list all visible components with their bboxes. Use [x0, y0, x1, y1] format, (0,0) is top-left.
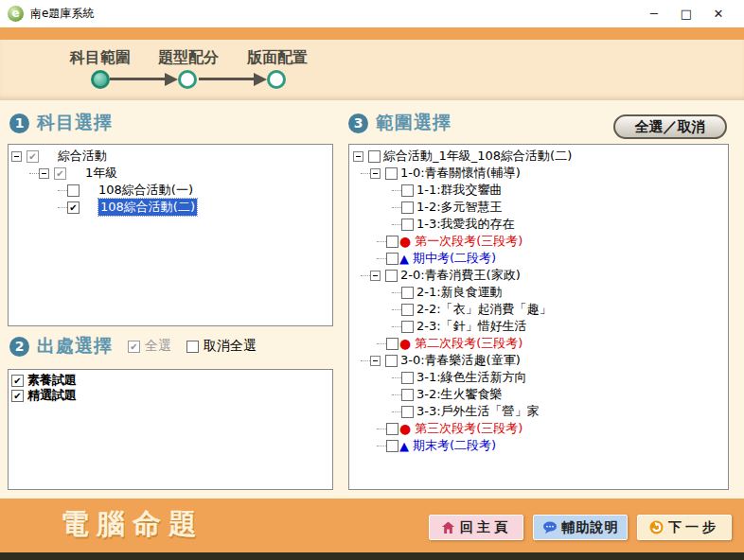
tree-row[interactable]: 2-3:「針」惜好生活: [349, 318, 728, 335]
deselect-all-label[interactable]: 取消全選: [204, 338, 257, 355]
tree-row[interactable]: 3-1:綠色生活新方向: [349, 369, 728, 386]
tree-row[interactable]: 2-1:新良食運動: [349, 284, 728, 301]
tree-node-label[interactable]: 期末考(二段考): [413, 437, 496, 454]
tree-checkbox[interactable]: [385, 167, 398, 180]
tree-node-label[interactable]: 綜合活動_1年級_108綜合活動(二): [383, 148, 572, 165]
tree-node-label[interactable]: 2-0:青春消費王(家政): [400, 267, 521, 284]
tree-checkbox[interactable]: [54, 167, 66, 180]
tree-checkbox[interactable]: [401, 406, 414, 418]
tree-node-label[interactable]: 3-2:生火饗食樂: [416, 386, 503, 403]
tree-checkbox[interactable]: [385, 355, 398, 367]
tree-row[interactable]: 1-2:多元智慧王: [349, 199, 728, 216]
tree-node-label[interactable]: 3-0:青春樂活趣(童軍): [400, 352, 521, 369]
tree-checkbox[interactable]: [401, 201, 414, 214]
tree-node-label[interactable]: 2-1:新良食運動: [416, 284, 503, 301]
tree-node-label[interactable]: 第三次段考(三段考): [415, 420, 523, 437]
tree-checkbox[interactable]: [27, 150, 39, 163]
tree-node-label[interactable]: 綜合活動: [58, 148, 107, 165]
collapse-toggle-icon[interactable]: [353, 151, 363, 162]
select-all-label[interactable]: 全選: [145, 338, 171, 355]
tree-checkbox[interactable]: [11, 390, 24, 402]
tree-row[interactable]: 1-1:群我交響曲: [349, 182, 728, 199]
tree-row[interactable]: ●第二次段考(三段考): [349, 335, 728, 352]
close-button[interactable]: ✕: [702, 7, 735, 21]
tree-row[interactable]: 108綜合活動(一): [9, 182, 332, 199]
tree-node-label[interactable]: 第一次段考(三段考): [415, 233, 523, 250]
tree-row[interactable]: 3-2:生火饗食樂: [349, 386, 728, 403]
tree-checkbox[interactable]: [67, 201, 80, 214]
help-button-label: 輔助說明: [562, 519, 619, 536]
select-all-toggle-button[interactable]: 全選／取消: [613, 114, 727, 139]
range-section-title: 範圍選擇: [376, 111, 452, 135]
tree-row[interactable]: 2-2:「衣」起消費「趣」: [349, 301, 728, 318]
tree-checkbox[interactable]: [401, 287, 414, 299]
home-icon: [441, 521, 455, 534]
tree-row[interactable]: ●第一次段考(三段考): [349, 233, 728, 250]
tree-connector-line: [377, 446, 386, 446]
collapse-toggle-icon[interactable]: [370, 271, 381, 281]
tree-checkbox[interactable]: [386, 236, 399, 248]
collapse-toggle-icon[interactable]: [370, 356, 381, 366]
tree-checkbox[interactable]: [386, 253, 399, 265]
tree-checkbox[interactable]: [368, 150, 381, 163]
tree-node-label[interactable]: 期中考(二段考): [413, 250, 496, 267]
tree-row[interactable]: ▲期末考(二段考): [349, 437, 728, 454]
source-section-title: 出處選擇: [37, 334, 113, 359]
tree-connector-line: [58, 190, 67, 191]
tree-node-label[interactable]: 1-2:多元智慧王: [416, 199, 503, 216]
tree-row[interactable]: 1-0:青春關懷情(輔導): [349, 165, 728, 182]
tree-row[interactable]: 1-3:我愛我的存在: [349, 216, 728, 233]
tree-checkbox[interactable]: [401, 304, 414, 316]
collapse-toggle-icon[interactable]: [370, 168, 381, 179]
tree-row[interactable]: ●第三次段考(三段考): [349, 420, 728, 437]
tree-row[interactable]: 1年級: [9, 165, 332, 182]
tree-row[interactable]: 3-0:青春樂活趣(童軍): [349, 352, 728, 369]
tree-row[interactable]: 綜合活動: [9, 148, 332, 165]
tree-row[interactable]: 2-0:青春消費王(家政): [349, 267, 728, 284]
home-button[interactable]: 回主頁: [429, 515, 523, 540]
tree-node-label[interactable]: 1-3:我愛我的存在: [416, 216, 515, 233]
tree-node-label[interactable]: 108綜合活動(一): [98, 182, 193, 199]
tree-connector-line: [377, 241, 386, 242]
tree-checkbox[interactable]: [401, 219, 414, 231]
tree-checkbox[interactable]: [385, 270, 398, 282]
tree-connector-line: [377, 429, 386, 429]
tree-checkbox[interactable]: [401, 184, 414, 197]
tree-checkbox[interactable]: [386, 440, 399, 452]
source-item-label[interactable]: 精選試題: [27, 387, 77, 404]
exam-circle-icon: ●: [399, 337, 411, 350]
source-list-item[interactable]: 素養試題: [9, 373, 332, 388]
tree-node-label[interactable]: 2-3:「針」惜好生活: [416, 318, 527, 335]
tree-node-label[interactable]: 1-0:青春關懷情(輔導): [400, 165, 521, 182]
minimize-button[interactable]: ─: [638, 7, 670, 21]
tree-row[interactable]: 綜合活動_1年級_108綜合活動(二): [349, 148, 728, 165]
tree-checkbox[interactable]: [401, 321, 414, 333]
tree-node-label[interactable]: 第二次段考(三段考): [415, 335, 523, 352]
step-arrow-line: [199, 78, 254, 80]
deselect-all-checkbox[interactable]: [186, 341, 199, 353]
next-button[interactable]: 下一步: [637, 515, 732, 540]
tree-row[interactable]: 3-3:戶外生活「營」家: [349, 403, 728, 420]
tree-node-label[interactable]: 3-1:綠色生活新方向: [416, 369, 527, 386]
select-all-checkbox[interactable]: [128, 341, 140, 353]
collapse-toggle-icon[interactable]: [11, 151, 22, 162]
maximize-button[interactable]: □: [670, 7, 702, 21]
tree-node-label[interactable]: 3-3:戶外生活「營」家: [416, 403, 540, 420]
source-list-item[interactable]: 精選試題: [9, 388, 332, 403]
tree-row[interactable]: 108綜合活動(二): [9, 199, 332, 216]
tree-node-label[interactable]: 1-1:群我交響曲: [416, 182, 503, 199]
tree-checkbox[interactable]: [11, 375, 24, 387]
tree-connector-line: [392, 207, 401, 208]
tree-node-label[interactable]: 108綜合活動(二): [98, 199, 197, 216]
help-button[interactable]: 輔助說明: [533, 515, 628, 540]
tree-row[interactable]: ▲期中考(二段考): [349, 250, 728, 267]
tree-checkbox[interactable]: [67, 184, 80, 197]
tree-node-label[interactable]: 1年級: [85, 165, 117, 182]
desktop-edge-strip: [0, 552, 744, 560]
tree-node-label[interactable]: 2-2:「衣」起消費「趣」: [416, 301, 552, 318]
tree-checkbox[interactable]: [386, 338, 399, 350]
tree-checkbox[interactable]: [401, 372, 414, 384]
tree-checkbox[interactable]: [386, 423, 399, 435]
tree-checkbox[interactable]: [401, 389, 414, 401]
collapse-toggle-icon[interactable]: [39, 168, 49, 179]
